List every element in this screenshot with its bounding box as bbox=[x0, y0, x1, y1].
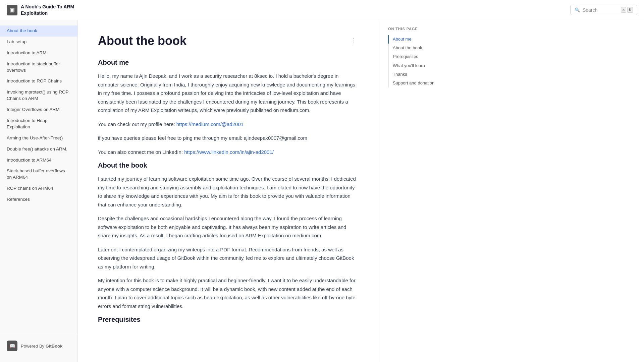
footer-text: Powered By GitBook bbox=[21, 344, 62, 349]
about-me-para-4: You can also connect me on LinkedIn: htt… bbox=[98, 148, 360, 157]
toc-item-support-donation[interactable]: Support and donation bbox=[389, 79, 445, 87]
about-me-para-3: if you have queries please feel free to … bbox=[98, 134, 360, 142]
sidebar-footer: 📖 Powered By GitBook bbox=[0, 335, 77, 357]
more-options-button[interactable]: ⋮ bbox=[348, 36, 360, 46]
about-me-para-1: Hello, my name is Ajin Deepak, and I wor… bbox=[98, 72, 360, 115]
sidebar-item-double-free[interactable]: Double free() attacks on ARM. bbox=[0, 144, 77, 155]
sidebar-item-references[interactable]: References bbox=[0, 194, 77, 205]
section-about-me: About me Hello, my name is Ajin Deepak, … bbox=[98, 59, 360, 156]
sidebar-item-about-the-book[interactable]: About the book bbox=[0, 25, 77, 37]
toc-item-thanks[interactable]: Thanks bbox=[389, 70, 445, 79]
about-me-para-2: You can check out my profile here: https… bbox=[98, 120, 360, 129]
toc-list: About meAbout the bookPrerequisitesWhat … bbox=[388, 35, 445, 87]
toc-item-about-the-book-toc[interactable]: About the book bbox=[389, 44, 445, 52]
section-heading-about-book: About the book bbox=[98, 162, 360, 169]
sidebar-item-integer-overflows[interactable]: Integer Overflows on ARM bbox=[0, 104, 77, 115]
right-sidebar: ON THIS PAGE About meAbout the bookPrere… bbox=[380, 20, 453, 362]
sidebar-item-invoking-mprotect[interactable]: Invoking mprotect() using ROP Chains on … bbox=[0, 87, 77, 104]
sidebar-item-intro-rop[interactable]: Introduction to ROP Chains bbox=[0, 76, 77, 87]
search-bar[interactable]: 🔍 Search ⌘ K bbox=[570, 5, 637, 15]
sidebar-item-intro-stack[interactable]: Introduction to stack buffer overflows bbox=[0, 59, 77, 76]
section-heading-about-me: About me bbox=[98, 59, 360, 66]
site-title: A Noob's Guide To ARM Exploitation bbox=[21, 4, 74, 16]
toc-title: ON THIS PAGE bbox=[388, 27, 445, 31]
section-about-book: About the book I started my journey of l… bbox=[98, 162, 360, 310]
sidebar-nav: About the bookLab setupIntroduction to A… bbox=[0, 25, 77, 205]
section-heading-prerequisites: Prerequisites bbox=[98, 316, 360, 323]
sidebar-item-stack-arm64[interactable]: Stack-based buffer overflows on ARM64 bbox=[0, 166, 77, 183]
sidebar-item-lab-setup[interactable]: Lab setup bbox=[0, 37, 77, 48]
top-header: A Noob's Guide To ARM Exploitation 🔍 Sea… bbox=[0, 0, 644, 20]
main-content: About the book ⋮ About me Hello, my name… bbox=[78, 20, 380, 362]
toc-item-what-youll-learn[interactable]: What you'll learn bbox=[389, 61, 445, 70]
medium-link[interactable]: https://medium.com/@ad2001 bbox=[176, 121, 244, 127]
page-title: About the book bbox=[98, 34, 186, 48]
search-label: Search bbox=[583, 7, 618, 13]
main-layout: About the bookLab setupIntroduction to A… bbox=[0, 20, 644, 362]
logo-area: A Noob's Guide To ARM Exploitation bbox=[7, 4, 74, 16]
gitbook-icon: 📖 bbox=[7, 341, 17, 351]
sidebar-item-intro-arm64[interactable]: Introduction to ARM64 bbox=[0, 155, 77, 166]
about-book-para-4: My intention for this book is to make it… bbox=[98, 276, 360, 310]
content-header: About the book ⋮ bbox=[98, 34, 360, 48]
toc-item-about-me[interactable]: About me bbox=[388, 35, 445, 44]
sidebar-item-intro-heap[interactable]: Introduction to Heap Exploitation bbox=[0, 115, 77, 133]
search-icon: 🔍 bbox=[575, 7, 580, 12]
about-book-para-1: I started my journey of learning softwar… bbox=[98, 175, 360, 209]
logo-icon bbox=[7, 5, 17, 15]
about-book-para-3: Later on, I contemplated organizing my w… bbox=[98, 245, 360, 271]
sidebar-item-arming-uaf[interactable]: Arming the Use-After-Free() bbox=[0, 133, 77, 144]
kbd-k: K bbox=[627, 7, 633, 13]
left-sidebar: About the bookLab setupIntroduction to A… bbox=[0, 20, 78, 362]
about-book-para-2: Despite the challenges and occasional ha… bbox=[98, 214, 360, 240]
sidebar-item-rop-arm64[interactable]: ROP chains on ARM64 bbox=[0, 183, 77, 194]
search-shortcut: ⌘ K bbox=[621, 7, 633, 13]
sidebar-item-intro-arm[interactable]: Introduction to ARM bbox=[0, 48, 77, 59]
linkedin-link[interactable]: https://www.linkedin.com/in/ajin-ad2001/ bbox=[184, 149, 274, 155]
toc-item-prerequisites[interactable]: Prerequisites bbox=[389, 52, 445, 61]
kbd-cmd: ⌘ bbox=[621, 7, 627, 13]
